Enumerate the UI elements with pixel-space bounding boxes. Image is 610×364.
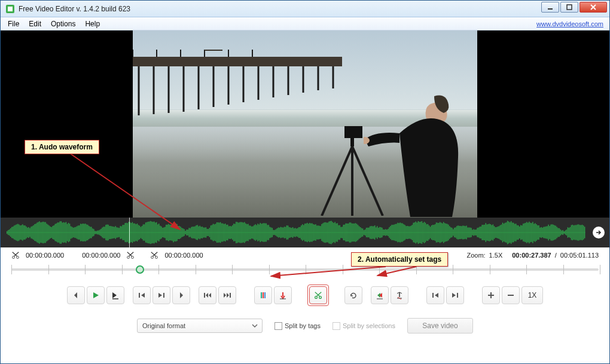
- svg-rect-126: [117, 227, 117, 237]
- timeline-ruler[interactable]: [11, 263, 599, 276]
- svg-rect-242: [256, 225, 257, 240]
- seek-back-button[interactable]: [67, 286, 85, 304]
- svg-rect-41: [14, 225, 14, 239]
- svg-rect-313: [342, 227, 343, 238]
- svg-rect-358: [396, 224, 396, 241]
- svg-rect-286: [309, 223, 310, 242]
- svg-rect-413: [462, 225, 463, 239]
- svg-rect-370: [411, 226, 411, 240]
- jump-prev-marker-button[interactable]: [426, 286, 444, 304]
- svg-rect-60: [36, 222, 37, 242]
- speed-button[interactable]: 1X: [521, 286, 543, 304]
- svg-rect-96: [80, 224, 81, 241]
- svg-rect-194: [199, 227, 199, 239]
- svg-rect-353: [390, 226, 391, 239]
- svg-rect-454: [512, 222, 513, 242]
- close-button[interactable]: [580, 2, 607, 13]
- zoom-in-button[interactable]: [482, 286, 500, 304]
- split-by-selections-label: Split by selections: [343, 322, 395, 329]
- svg-rect-162: [160, 226, 160, 240]
- svg-rect-264: [283, 228, 283, 238]
- svg-rect-424: [475, 230, 476, 235]
- svg-rect-392: [437, 223, 438, 243]
- next-frame-button[interactable]: [152, 286, 170, 304]
- svg-rect-108: [94, 231, 95, 234]
- svg-rect-235: [248, 224, 248, 241]
- site-link[interactable]: www.dvdvideosoft.com: [536, 20, 607, 27]
- svg-rect-237: [250, 226, 251, 240]
- svg-rect-153: [149, 222, 150, 244]
- svg-rect-185: [188, 230, 188, 235]
- zoom-out-button[interactable]: [502, 286, 520, 304]
- mark-out-button[interactable]: [274, 286, 292, 304]
- svg-rect-298: [324, 222, 324, 243]
- split-by-tags-checkbox[interactable]: Split by tags: [274, 322, 321, 330]
- format-select[interactable]: Original format: [137, 319, 263, 333]
- timeline-playhead[interactable]: [136, 265, 144, 274]
- svg-rect-251: [267, 225, 268, 240]
- svg-rect-143: [137, 224, 138, 241]
- svg-rect-110: [97, 231, 97, 235]
- mark-in-button[interactable]: [254, 286, 272, 304]
- waveform-next-button[interactable]: [593, 227, 605, 238]
- audio-waveform[interactable]: [1, 218, 609, 247]
- menu-file[interactable]: File: [3, 19, 24, 29]
- annotation-2-label: 2. Automatically set tags: [358, 255, 441, 264]
- rotate-button[interactable]: [344, 286, 362, 304]
- svg-rect-332: [365, 230, 365, 235]
- menu-options[interactable]: Options: [46, 19, 80, 29]
- svg-rect-98: [83, 224, 83, 241]
- waveform-playhead[interactable]: [129, 218, 130, 247]
- svg-rect-479: [542, 228, 542, 237]
- jump-next-marker-button[interactable]: [446, 286, 464, 304]
- svg-rect-369: [410, 227, 410, 239]
- play-button[interactable]: [87, 286, 105, 304]
- svg-rect-452: [510, 222, 510, 243]
- svg-rect-170: [169, 225, 170, 240]
- menu-edit[interactable]: Edit: [24, 19, 46, 29]
- annotation-1: 1. Audo waveform: [25, 140, 99, 154]
- svg-rect-61: [38, 222, 38, 243]
- svg-rect-501: [569, 228, 569, 237]
- svg-rect-209: [216, 222, 217, 243]
- svg-rect-381: [424, 222, 425, 243]
- svg-rect-422: [473, 229, 474, 235]
- save-video-button[interactable]: Save video: [407, 318, 473, 334]
- svg-rect-174: [174, 224, 175, 241]
- trim-right-button[interactable]: [391, 286, 408, 304]
- svg-rect-292: [316, 225, 317, 239]
- svg-rect-115: [103, 227, 103, 238]
- play-selection-button[interactable]: [106, 286, 124, 304]
- svg-rect-180: [181, 228, 182, 237]
- svg-rect-330: [362, 228, 363, 236]
- menubar: File Edit Options Help www.dvdvideosoft.…: [1, 17, 609, 30]
- svg-rect-175: [175, 224, 176, 241]
- cursor-time: 00:00:00.000: [164, 252, 203, 259]
- svg-rect-132: [124, 225, 124, 240]
- trim-left-button[interactable]: [371, 286, 389, 304]
- svg-rect-70: [49, 225, 50, 239]
- svg-rect-152: [148, 222, 148, 243]
- svg-rect-272: [292, 227, 293, 238]
- svg-rect-280: [302, 224, 303, 241]
- maximize-button[interactable]: [560, 2, 578, 13]
- cut-button[interactable]: [309, 286, 327, 304]
- svg-rect-524: [204, 293, 205, 298]
- goto-end-button[interactable]: [218, 286, 236, 304]
- svg-rect-421: [472, 230, 472, 235]
- seek-forward-button[interactable]: [172, 286, 190, 304]
- minimize-button[interactable]: [541, 2, 559, 13]
- svg-rect-288: [312, 223, 312, 241]
- svg-rect-140: [133, 224, 134, 242]
- svg-rect-335: [368, 228, 369, 237]
- svg-rect-3: [567, 5, 572, 10]
- menu-help[interactable]: Help: [80, 19, 105, 29]
- svg-rect-397: [443, 222, 444, 243]
- svg-rect-473: [535, 223, 535, 241]
- checkbox-box: [274, 322, 282, 330]
- goto-start-button[interactable]: [199, 286, 216, 304]
- svg-rect-223: [233, 224, 234, 241]
- prev-frame-button[interactable]: [133, 286, 151, 304]
- svg-rect-401: [448, 225, 449, 241]
- svg-rect-376: [418, 221, 419, 244]
